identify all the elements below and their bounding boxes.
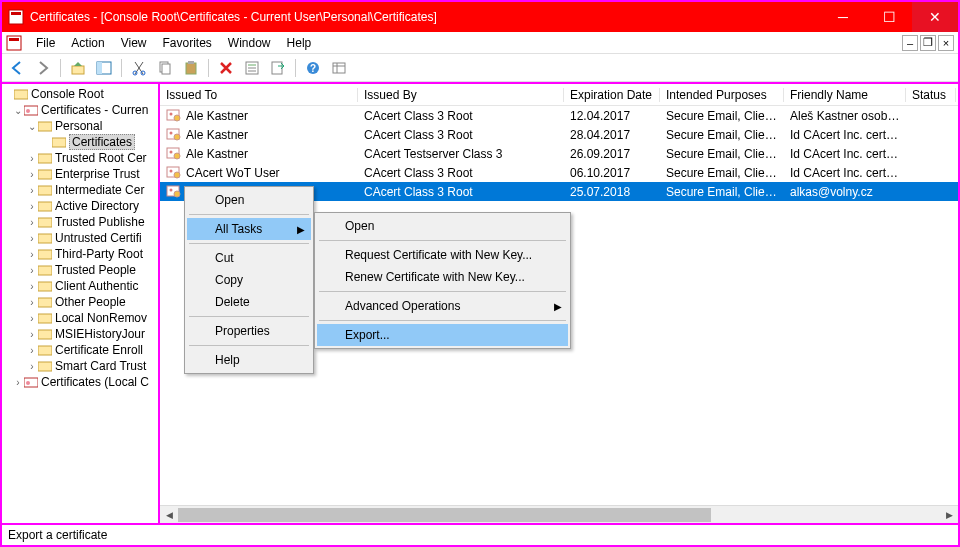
paste-button[interactable] (180, 57, 202, 79)
mdi-close-button[interactable]: × (938, 35, 954, 51)
svg-point-46 (170, 112, 173, 115)
help-button[interactable]: ? (302, 57, 324, 79)
column-expiration[interactable]: Expiration Date (564, 88, 660, 102)
svg-text:?: ? (310, 63, 316, 74)
table-row[interactable]: Ale KastnerCAcert Class 3 Root12.04.2017… (160, 106, 958, 125)
tree-node-certificates[interactable]: Certificates (2, 134, 158, 150)
svg-point-8 (141, 71, 145, 75)
svg-rect-28 (38, 154, 52, 163)
tree-node[interactable]: ›Smart Card Trust (2, 358, 158, 374)
column-purposes[interactable]: Intended Purposes (660, 88, 784, 102)
table-row[interactable]: Ale KastnerCAcert Testserver Class 326.0… (160, 144, 958, 163)
tree-node-console-root[interactable]: Console Root (2, 86, 158, 102)
svg-rect-40 (38, 346, 52, 355)
tree-node-cert-user[interactable]: ⌄ Certificates - Curren (2, 102, 158, 118)
ctx-all-tasks[interactable]: All Tasks▶ (187, 218, 311, 240)
mdi-minimize-button[interactable]: – (902, 35, 918, 51)
folder-icon (38, 328, 52, 340)
svg-rect-31 (38, 202, 52, 211)
svg-rect-41 (38, 362, 52, 371)
tree-node-personal[interactable]: ⌄ Personal (2, 118, 158, 134)
menu-view[interactable]: View (113, 34, 155, 52)
menu-file[interactable]: File (28, 34, 63, 52)
svg-point-55 (170, 169, 173, 172)
column-status[interactable]: Status (906, 88, 956, 102)
mmc-icon (6, 35, 22, 51)
tree-node[interactable]: ›Active Directory (2, 198, 158, 214)
folder-icon (38, 184, 52, 196)
menu-window[interactable]: Window (220, 34, 279, 52)
tree-node[interactable]: ›Trusted Publishe (2, 214, 158, 230)
column-issued-to[interactable]: Issued To (160, 88, 358, 102)
svg-point-51 (174, 153, 180, 159)
maximize-button[interactable]: ☐ (866, 2, 912, 32)
sub-export[interactable]: Export... (317, 324, 568, 346)
sub-advanced[interactable]: Advanced Operations▶ (317, 295, 568, 317)
copy-button[interactable] (154, 57, 176, 79)
close-button[interactable]: ✕ (912, 2, 958, 32)
mdi-restore-button[interactable]: ❐ (920, 35, 936, 51)
forward-button[interactable] (32, 57, 54, 79)
cut-button[interactable] (128, 57, 150, 79)
show-hide-button[interactable] (93, 57, 115, 79)
scroll-right-button[interactable]: ▶ (940, 506, 958, 524)
ctx-properties[interactable]: Properties (187, 320, 311, 342)
menu-action[interactable]: Action (63, 34, 112, 52)
column-issued-by[interactable]: Issued By (358, 88, 564, 102)
tree-node[interactable]: ›Trusted Root Cer (2, 150, 158, 166)
scroll-left-button[interactable]: ◀ (160, 506, 178, 524)
tree-node[interactable]: ›MSIEHistoryJour (2, 326, 158, 342)
status-bar: Export a certificate (2, 523, 958, 545)
delete-button[interactable] (215, 57, 237, 79)
table-row[interactable]: CAcert WoT UserCAcert Class 3 Root06.10.… (160, 163, 958, 182)
export-list-button[interactable] (267, 57, 289, 79)
up-button[interactable] (67, 57, 89, 79)
tree-node[interactable]: ›Untrusted Certifi (2, 230, 158, 246)
svg-rect-32 (38, 218, 52, 227)
svg-rect-11 (186, 63, 196, 74)
sub-request[interactable]: Request Certificate with New Key... (317, 244, 568, 266)
tree-node[interactable]: ›Trusted People (2, 262, 158, 278)
tree-node[interactable]: ›Other People (2, 294, 158, 310)
ctx-help[interactable]: Help (187, 349, 311, 371)
svg-rect-29 (38, 170, 52, 179)
ctx-cut[interactable]: Cut (187, 247, 311, 269)
list-h-scrollbar[interactable]: ◀ ▶ (160, 505, 958, 523)
tree-node-cert-local[interactable]: › Certificates (Local C (2, 374, 158, 390)
svg-rect-23 (14, 90, 28, 99)
ctx-copy[interactable]: Copy (187, 269, 311, 291)
folder-icon (52, 136, 66, 148)
tree-node[interactable]: ›Enterprise Trust (2, 166, 158, 182)
menu-favorites[interactable]: Favorites (155, 34, 220, 52)
folder-icon (38, 216, 52, 228)
folder-icon (38, 360, 52, 372)
tree-node[interactable]: ›Client Authentic (2, 278, 158, 294)
folder-icon (38, 200, 52, 212)
svg-rect-38 (38, 314, 52, 323)
minimize-button[interactable]: ─ (820, 2, 866, 32)
tree-panel: Console Root ⌄ Certificates - Curren ⌄ P… (2, 84, 160, 523)
list-header: Issued To Issued By Expiration Date Inte… (160, 84, 958, 106)
ctx-open[interactable]: Open (187, 189, 311, 211)
table-row[interactable]: Ale KastnerCAcert Class 3 Root28.04.2017… (160, 125, 958, 144)
svg-rect-37 (38, 298, 52, 307)
back-button[interactable] (6, 57, 28, 79)
folder-icon (38, 264, 52, 276)
tree-node[interactable]: ›Intermediate Cer (2, 182, 158, 198)
chevron-right-icon: ▶ (297, 224, 305, 235)
tree-node[interactable]: ›Local NonRemov (2, 310, 158, 326)
folder-icon (38, 120, 52, 132)
svg-rect-27 (52, 138, 66, 147)
sub-renew[interactable]: Renew Certificate with New Key... (317, 266, 568, 288)
sub-open[interactable]: Open (317, 215, 568, 237)
menu-help[interactable]: Help (279, 34, 320, 52)
svg-rect-17 (272, 62, 282, 74)
tree-node[interactable]: ›Certificate Enroll (2, 342, 158, 358)
ctx-delete[interactable]: Delete (187, 291, 311, 313)
context-menu: Open All Tasks▶ Cut Copy Delete Properti… (184, 186, 314, 374)
properties-button[interactable] (241, 57, 263, 79)
view-options-button[interactable] (328, 57, 350, 79)
column-friendly[interactable]: Friendly Name (784, 88, 906, 102)
svg-point-45 (174, 115, 180, 121)
tree-node[interactable]: ›Third-Party Root (2, 246, 158, 262)
